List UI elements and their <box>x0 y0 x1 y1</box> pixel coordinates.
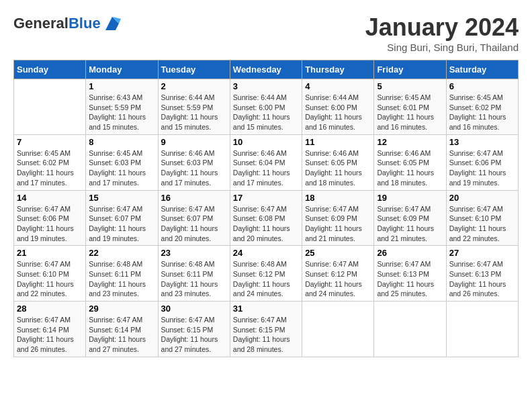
day-cell <box>446 302 518 357</box>
day-info: Sunrise: 6:45 AMSunset: 6:03 PMDaylight:… <box>89 148 154 188</box>
day-number: 1 <box>89 81 154 91</box>
weekday-header-wednesday: Wednesday <box>230 60 302 79</box>
day-cell: 1Sunrise: 6:43 AMSunset: 5:59 PMDaylight… <box>86 79 158 135</box>
day-info: Sunrise: 6:46 AMSunset: 6:04 PMDaylight:… <box>233 148 299 188</box>
day-number: 31 <box>233 304 299 314</box>
day-cell: 23Sunrise: 6:48 AMSunset: 6:11 PMDayligh… <box>158 246 230 302</box>
day-number: 26 <box>377 248 443 258</box>
day-number: 5 <box>377 81 443 91</box>
day-number: 30 <box>161 304 227 314</box>
day-info: Sunrise: 6:47 AMSunset: 6:15 PMDaylight:… <box>233 315 299 355</box>
day-cell: 12Sunrise: 6:46 AMSunset: 6:05 PMDayligh… <box>374 134 446 190</box>
month-title: January 2024 <box>365 13 519 42</box>
day-cell: 18Sunrise: 6:47 AMSunset: 6:09 PMDayligh… <box>302 190 374 246</box>
day-cell: 21Sunrise: 6:47 AMSunset: 6:10 PMDayligh… <box>14 246 86 302</box>
week-row-1: 1Sunrise: 6:43 AMSunset: 5:59 PMDaylight… <box>14 79 519 135</box>
day-cell: 25Sunrise: 6:47 AMSunset: 6:12 PMDayligh… <box>302 246 374 302</box>
day-number: 24 <box>233 248 299 258</box>
title-section: January 2024 Sing Buri, Sing Buri, Thail… <box>365 13 519 53</box>
weekday-header-tuesday: Tuesday <box>158 60 230 79</box>
day-number: 27 <box>449 248 515 258</box>
day-cell: 19Sunrise: 6:47 AMSunset: 6:09 PMDayligh… <box>374 190 446 246</box>
day-number: 19 <box>377 193 443 203</box>
day-cell: 9Sunrise: 6:46 AMSunset: 6:03 PMDaylight… <box>158 134 230 190</box>
day-cell: 17Sunrise: 6:47 AMSunset: 6:08 PMDayligh… <box>230 190 302 246</box>
day-number: 6 <box>449 81 515 91</box>
day-info: Sunrise: 6:47 AMSunset: 6:12 PMDaylight:… <box>305 259 371 299</box>
day-number: 9 <box>161 137 227 147</box>
day-cell: 5Sunrise: 6:45 AMSunset: 6:01 PMDaylight… <box>374 79 446 135</box>
day-info: Sunrise: 6:47 AMSunset: 6:09 PMDaylight:… <box>305 204 371 244</box>
day-info: Sunrise: 6:46 AMSunset: 6:05 PMDaylight:… <box>377 148 443 188</box>
day-cell <box>14 79 86 135</box>
day-cell: 20Sunrise: 6:47 AMSunset: 6:10 PMDayligh… <box>446 190 518 246</box>
day-number: 25 <box>305 248 371 258</box>
day-number: 2 <box>161 81 227 91</box>
day-number: 18 <box>305 193 371 203</box>
page-header: GeneralBlue January 2024 Sing Buri, Sing… <box>13 13 519 53</box>
day-cell: 27Sunrise: 6:47 AMSunset: 6:13 PMDayligh… <box>446 246 518 302</box>
day-info: Sunrise: 6:48 AMSunset: 6:12 PMDaylight:… <box>233 259 299 299</box>
day-number: 3 <box>233 81 299 91</box>
day-cell: 29Sunrise: 6:47 AMSunset: 6:14 PMDayligh… <box>86 302 158 357</box>
day-cell: 15Sunrise: 6:47 AMSunset: 6:07 PMDayligh… <box>86 190 158 246</box>
day-cell: 26Sunrise: 6:47 AMSunset: 6:13 PMDayligh… <box>374 246 446 302</box>
weekday-header-row: SundayMondayTuesdayWednesdayThursdayFrid… <box>14 60 519 79</box>
week-row-2: 7Sunrise: 6:45 AMSunset: 6:02 PMDaylight… <box>14 134 519 190</box>
logo-general-text: General <box>13 15 69 32</box>
day-cell: 30Sunrise: 6:47 AMSunset: 6:15 PMDayligh… <box>158 302 230 357</box>
logo: GeneralBlue <box>13 13 122 34</box>
day-cell: 31Sunrise: 6:47 AMSunset: 6:15 PMDayligh… <box>230 302 302 357</box>
day-info: Sunrise: 6:47 AMSunset: 6:07 PMDaylight:… <box>89 204 154 244</box>
day-cell: 3Sunrise: 6:44 AMSunset: 6:00 PMDaylight… <box>230 79 302 135</box>
day-cell: 28Sunrise: 6:47 AMSunset: 6:14 PMDayligh… <box>14 302 86 357</box>
day-info: Sunrise: 6:45 AMSunset: 6:02 PMDaylight:… <box>449 93 515 132</box>
day-cell: 14Sunrise: 6:47 AMSunset: 6:06 PMDayligh… <box>14 190 86 246</box>
day-number: 16 <box>161 193 227 203</box>
day-cell: 11Sunrise: 6:46 AMSunset: 6:05 PMDayligh… <box>302 134 374 190</box>
day-info: Sunrise: 6:47 AMSunset: 6:13 PMDaylight:… <box>449 259 515 299</box>
day-info: Sunrise: 6:43 AMSunset: 5:59 PMDaylight:… <box>89 93 154 132</box>
weekday-header-sunday: Sunday <box>14 60 86 79</box>
day-number: 11 <box>305 137 371 147</box>
day-info: Sunrise: 6:44 AMSunset: 5:59 PMDaylight:… <box>161 93 227 132</box>
day-number: 29 <box>89 304 154 314</box>
day-number: 13 <box>449 137 515 147</box>
day-info: Sunrise: 6:47 AMSunset: 6:09 PMDaylight:… <box>377 204 443 244</box>
day-cell: 8Sunrise: 6:45 AMSunset: 6:03 PMDaylight… <box>86 134 158 190</box>
logo-blue-text: Blue <box>69 15 101 32</box>
day-cell: 4Sunrise: 6:44 AMSunset: 6:00 PMDaylight… <box>302 79 374 135</box>
week-row-3: 14Sunrise: 6:47 AMSunset: 6:06 PMDayligh… <box>14 190 519 246</box>
location-title: Sing Buri, Sing Buri, Thailand <box>365 42 519 53</box>
day-cell: 13Sunrise: 6:47 AMSunset: 6:06 PMDayligh… <box>446 134 518 190</box>
day-number: 20 <box>449 193 515 203</box>
weekday-header-saturday: Saturday <box>446 60 518 79</box>
day-info: Sunrise: 6:47 AMSunset: 6:14 PMDaylight:… <box>17 315 83 355</box>
day-number: 12 <box>377 137 443 147</box>
day-number: 23 <box>161 248 227 258</box>
day-info: Sunrise: 6:45 AMSunset: 6:01 PMDaylight:… <box>377 93 443 132</box>
day-info: Sunrise: 6:47 AMSunset: 6:10 PMDaylight:… <box>449 204 515 244</box>
day-cell: 6Sunrise: 6:45 AMSunset: 6:02 PMDaylight… <box>446 79 518 135</box>
weekday-header-thursday: Thursday <box>302 60 374 79</box>
day-cell: 24Sunrise: 6:48 AMSunset: 6:12 PMDayligh… <box>230 246 302 302</box>
day-number: 21 <box>17 248 83 258</box>
day-cell: 7Sunrise: 6:45 AMSunset: 6:02 PMDaylight… <box>14 134 86 190</box>
day-info: Sunrise: 6:48 AMSunset: 6:11 PMDaylight:… <box>89 259 154 299</box>
day-number: 17 <box>233 193 299 203</box>
day-number: 14 <box>17 193 83 203</box>
day-info: Sunrise: 6:47 AMSunset: 6:07 PMDaylight:… <box>161 204 227 244</box>
day-cell <box>374 302 446 357</box>
day-number: 8 <box>89 137 154 147</box>
day-info: Sunrise: 6:47 AMSunset: 6:15 PMDaylight:… <box>161 315 227 355</box>
week-row-5: 28Sunrise: 6:47 AMSunset: 6:14 PMDayligh… <box>14 302 519 357</box>
day-cell: 2Sunrise: 6:44 AMSunset: 5:59 PMDaylight… <box>158 79 230 135</box>
day-number: 28 <box>17 304 83 314</box>
day-info: Sunrise: 6:47 AMSunset: 6:10 PMDaylight:… <box>17 259 83 299</box>
day-info: Sunrise: 6:44 AMSunset: 6:00 PMDaylight:… <box>233 93 299 132</box>
weekday-header-friday: Friday <box>374 60 446 79</box>
day-info: Sunrise: 6:45 AMSunset: 6:02 PMDaylight:… <box>17 148 83 188</box>
day-number: 15 <box>89 193 154 203</box>
day-number: 22 <box>89 248 154 258</box>
day-cell: 10Sunrise: 6:46 AMSunset: 6:04 PMDayligh… <box>230 134 302 190</box>
